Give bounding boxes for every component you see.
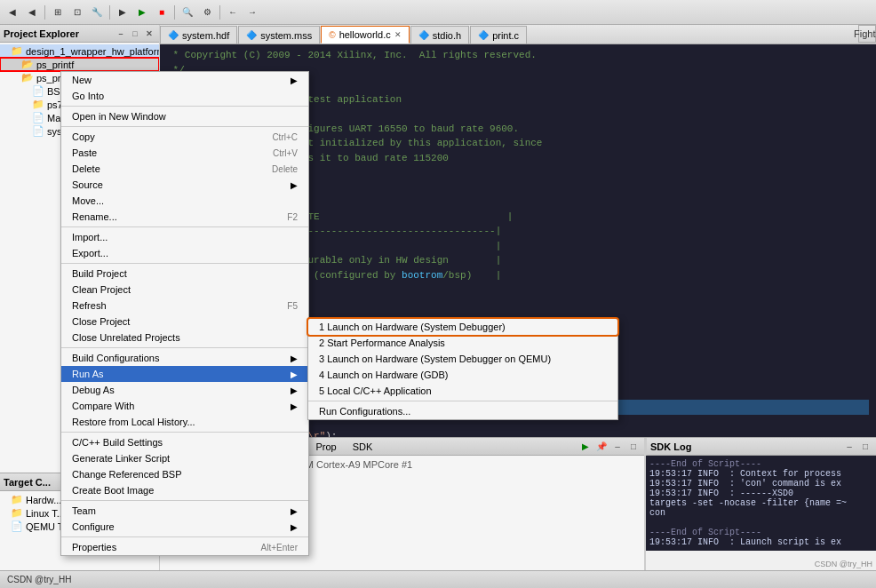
tree-icon-makefile: 📄 <box>32 112 44 123</box>
toolbar-btn-5[interactable]: 🔍 <box>179 4 196 21</box>
tab-printc[interactable]: 🔷 print.c <box>470 26 527 44</box>
panel-maximize-btn[interactable]: □ <box>129 28 141 40</box>
submenu-run-configs[interactable]: Run Configurations... <box>308 403 617 419</box>
toolbar-btn-7[interactable]: ← <box>224 4 242 21</box>
tree-label-psprintf: ps_printf <box>36 60 74 70</box>
ctx-restore-history[interactable]: Restore from Local History... <box>61 414 308 430</box>
console-minimize-btn[interactable]: – <box>610 440 625 454</box>
project-explorer-header: Project Explorer – □ ✕ <box>0 25 159 43</box>
tree-icon-psprintf: 📂 <box>21 59 34 70</box>
ctx-source[interactable]: Source ▶ <box>61 177 308 193</box>
panel-close-btn[interactable]: ✕ <box>143 28 155 40</box>
sdk-log-header: SDK Log – □ <box>646 438 876 456</box>
submenu-launch-qemu[interactable]: 3 Launch on Hardware (System Debugger on… <box>308 351 617 367</box>
submenu-sep1 <box>308 401 617 401</box>
ctx-team[interactable]: Team ▶ <box>61 503 308 519</box>
tab-label-printc: print.c <box>492 30 519 41</box>
tab-helloworld[interactable]: © helloworld.c ✕ <box>321 26 409 44</box>
console-pin-btn[interactable]: 📌 <box>594 440 609 454</box>
ctx-run-as-arrow: ▶ <box>291 369 298 379</box>
tab-icon-stdio: 🔷 <box>418 30 429 40</box>
log-line-4: 19:53:17 INFO : ------XSD0 <box>649 489 873 498</box>
tab-stdio[interactable]: 🔷 stdio.h <box>410 26 469 44</box>
toolbar-btn-4[interactable]: ▶ <box>114 4 131 21</box>
submenu-label-run-configs: Run Configurations... <box>319 406 410 417</box>
ctx-change-bsp[interactable]: Change Referenced BSP <box>61 466 308 482</box>
tab-icon-printc: 🔷 <box>478 30 489 40</box>
tab-properties[interactable]: Prop <box>309 440 342 454</box>
ctx-cpp-build[interactable]: C/C++ Build Settings <box>61 434 308 450</box>
ctx-configure-arrow: ▶ <box>291 522 298 532</box>
tree-item-psprintf[interactable]: 📂 ps_printf <box>0 58 159 71</box>
tree-icon-system: 📄 <box>32 125 44 137</box>
console-maximize-btn[interactable]: □ <box>626 440 641 454</box>
ctx-rename-shortcut: F2 <box>287 212 298 222</box>
submenu-perf[interactable]: 2 Start Performance Analysis <box>308 335 617 351</box>
submenu-local-cpp[interactable]: 5 Local C/C++ Application <box>308 383 617 399</box>
tab-system-mss[interactable]: 🔷 system.mss <box>238 26 320 44</box>
toolbar-btn-8[interactable]: → <box>243 4 261 21</box>
ctx-close-project[interactable]: Close Project <box>61 314 308 330</box>
ctx-linker-script[interactable]: Generate Linker Script <box>61 450 308 466</box>
ctx-run-as[interactable]: Run As ▶ <box>61 366 308 382</box>
target-config-title: Target C... <box>4 477 51 488</box>
tab-sdk-label: SDK <box>353 441 373 452</box>
ctx-build-configs[interactable]: Build Configurations ▶ <box>61 350 308 366</box>
ctx-rename[interactable]: Rename... F2 <box>61 209 308 225</box>
ctx-refresh-shortcut: F5 <box>287 301 298 311</box>
toolbar-btn-2[interactable]: ⊡ <box>68 4 86 21</box>
ctx-create-boot[interactable]: Create Boot Image <box>61 482 308 498</box>
ctx-configure[interactable]: Configure ▶ <box>61 519 308 535</box>
ctx-debug-as[interactable]: Debug As ▶ <box>61 382 308 398</box>
tab-icon-helloworld: © <box>329 30 335 40</box>
log-line-1: ----End of Script---- <box>649 459 873 469</box>
submenu-launch-hw[interactable]: 1 Launch on Hardware (System Debugger) <box>308 319 617 335</box>
tab-label-stdio: stdio.h <box>433 30 461 41</box>
ctx-move[interactable]: Move... <box>61 193 308 209</box>
target-label-linux: Linux T... <box>26 508 65 519</box>
ctx-sep8 <box>61 536 308 537</box>
tree-icon-design: 📁 <box>11 45 23 57</box>
ctx-compare-with[interactable]: Compare With ▶ <box>61 398 308 414</box>
watermark: CSDN @try_HH <box>815 560 872 568</box>
tab-close-helloworld[interactable]: ✕ <box>394 30 402 39</box>
toolbar-sep2 <box>109 5 110 20</box>
ctx-refresh[interactable]: Refresh F5 <box>61 298 308 314</box>
toolbar-btn-stop[interactable]: ■ <box>153 4 171 21</box>
toolbar-btn-3[interactable]: 🔧 <box>88 4 106 21</box>
ctx-build-project[interactable]: Build Project <box>61 266 308 282</box>
panel-minimize-btn[interactable]: – <box>115 28 127 40</box>
ctx-clean-project[interactable]: Clean Project <box>61 282 308 298</box>
toolbar-btn-1[interactable]: ⊞ <box>49 4 67 21</box>
tab-sdk[interactable]: SDK <box>346 440 379 454</box>
ctx-goto[interactable]: Go Into <box>61 88 308 104</box>
tree-item-design[interactable]: 📁 design_1_wrapper_hw_platform_0 <box>0 44 159 58</box>
ctx-open-window[interactable]: Open in New Window <box>61 108 308 124</box>
context-menu: New ▶ Go Into Open in New Window Copy Ct… <box>60 71 309 556</box>
submenu-launch-gdb[interactable]: 4 Launch on Hardware (GDB) <box>308 367 617 383</box>
fights-button[interactable]: Fights <box>858 25 876 43</box>
ctx-build-configs-arrow: ▶ <box>291 354 298 363</box>
tab-label-hdf: system.hdf <box>182 30 229 41</box>
ctx-new[interactable]: New ▶ <box>61 72 308 88</box>
ctx-properties[interactable]: Properties Alt+Enter <box>61 539 308 555</box>
sdk-log-minimize-btn[interactable]: – <box>842 440 856 454</box>
ctx-sep7 <box>61 500 308 501</box>
ctx-copy-shortcut: Ctrl+C <box>272 132 298 142</box>
submenu-label-qemu: 3 Launch on Hardware (System Debugger on… <box>319 354 551 364</box>
ctx-delete[interactable]: Delete Delete <box>61 161 308 177</box>
ctx-paste[interactable]: Paste Ctrl+V <box>61 145 308 161</box>
ctx-export[interactable]: Export... <box>61 245 308 261</box>
ctx-copy[interactable]: Copy Ctrl+C <box>61 129 308 145</box>
toolbar-btn-back1[interactable]: ◀ <box>4 4 21 21</box>
toolbar-btn-back2[interactable]: ◀ <box>23 4 41 21</box>
toolbar-btn-run[interactable]: ▶ <box>133 4 151 21</box>
ctx-close-unrelated[interactable]: Close Unrelated Projects <box>61 330 308 346</box>
ctx-debug-as-arrow: ▶ <box>291 385 298 395</box>
tab-system-hdf[interactable]: 🔷 system.hdf <box>160 26 237 44</box>
ctx-import[interactable]: Import... <box>61 229 308 245</box>
console-run-btn[interactable]: ▶ <box>578 440 593 454</box>
sdk-log-maximize-btn[interactable]: □ <box>858 440 872 454</box>
code-comment-1: * Copyright (C) 2009 - 2014 Xilinx, Inc.… <box>167 50 537 60</box>
toolbar-btn-6[interactable]: ⚙ <box>198 4 216 21</box>
